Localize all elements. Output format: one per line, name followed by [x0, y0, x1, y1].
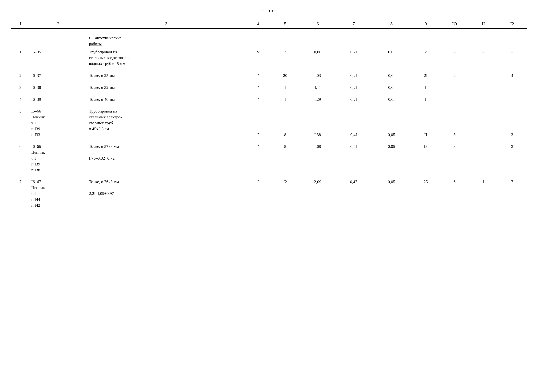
row-4-num: 4 — [11, 95, 29, 104]
row-3-col11: – — [469, 83, 498, 92]
row-6-col7: 0,4I — [336, 142, 372, 174]
row-4-col5: I — [271, 95, 300, 104]
row-7-code: I6–67 Ценник ч.I п.I44 п.I42 — [29, 177, 87, 210]
row-3-col7: 0,2I — [336, 83, 372, 92]
row-3-col10: – — [440, 83, 469, 92]
col-header-8: 8 — [372, 19, 411, 28]
table-row: I I6–35 Трубопровод из стальных водогазо… — [11, 48, 527, 68]
row-5-unit: " — [246, 107, 271, 139]
row-6-col5: 8 — [271, 142, 300, 174]
col-header-12: I2 — [498, 19, 527, 28]
col-header-2: 2 — [29, 19, 87, 28]
col-header-4: 4 — [246, 19, 271, 28]
row-7-col5: I2 — [271, 177, 300, 210]
row-1-col7: 0,2I — [336, 48, 372, 68]
col-header-3: 3 — [87, 19, 246, 28]
row-3-code: I6–38 — [29, 83, 87, 92]
row-4-desc: То же, ø 40 мм — [87, 95, 246, 104]
row-7-unit: " — [246, 177, 271, 210]
row-4-code: I6–39 — [29, 95, 87, 104]
row-1-col9: 2 — [411, 48, 440, 68]
row-1-col6: 0,86 — [300, 48, 336, 68]
col-header-9: 9 — [411, 19, 440, 28]
row-3-num: 3 — [11, 83, 29, 92]
row-2-col5: 20 — [271, 71, 300, 80]
row-5-col8: 0,05 — [372, 107, 411, 139]
row-4-unit: " — [246, 95, 271, 104]
row-2-col12: 4 — [498, 71, 527, 80]
row-5-desc: Трубопровод из стальных электро- сварных… — [87, 107, 246, 139]
row-2-col9: 2I — [411, 71, 440, 80]
section-title: I. Сантехническиеработы — [89, 36, 122, 46]
col-header-1: I — [11, 19, 29, 28]
row-4-col10: – — [440, 95, 469, 104]
row-6-col8: 0,05 — [372, 142, 411, 174]
row-2-col6: I,03 — [300, 71, 336, 80]
row-1-col8: 0,0I — [372, 48, 411, 68]
row-4-col11: – — [469, 95, 498, 104]
col-header-5: 5 — [271, 19, 300, 28]
row-2-unit: " — [246, 71, 271, 80]
row-6-col11: – — [469, 142, 498, 174]
row-5-col9: II — [411, 107, 440, 139]
table-row: 7 I6–67 Ценник ч.I п.I44 п.I42 То же, ø … — [11, 177, 527, 210]
row-2-col7: 0,2I — [336, 71, 372, 80]
row-5-code: I6–66 Ценник ч.I п.I39 п.I33 — [29, 107, 87, 139]
row-1-col5: 2 — [271, 48, 300, 68]
row-7-col7: 0,47 — [336, 177, 372, 210]
row-5-num: 5 — [11, 107, 29, 139]
row-7-col10: 6 — [440, 177, 469, 210]
row-1-code: I6–35 — [29, 48, 87, 68]
row-1-num: I — [11, 48, 29, 68]
col-header-7: 7 — [336, 19, 372, 28]
row-2-col10: 4 — [440, 71, 469, 80]
row-5-col7: 0,4I — [336, 107, 372, 139]
row-2-desc: То же, ø 25 мм — [87, 71, 246, 80]
row-5-col12: 3 — [498, 107, 527, 139]
row-5-col11: – — [469, 107, 498, 139]
row-3-desc: То же, ø 32 мм — [87, 83, 246, 92]
table-row: 3 I6–38 То же, ø 32 мм " I I,I4 0,2I 0,0… — [11, 83, 527, 92]
row-7-col12: 7 — [498, 177, 527, 210]
row-2-num: 2 — [11, 71, 29, 80]
row-1-desc: Трубопровод из стальных водогазопро- вод… — [87, 48, 246, 68]
col-header-11: II — [469, 19, 498, 28]
table-row: 5 I6–66 Ценник ч.I п.I39 п.I33 Трубопров… — [11, 107, 527, 139]
row-6-unit: " — [246, 142, 271, 174]
main-table: I 2 3 4 5 6 7 8 9 IO II I2 I. Сантехниче… — [11, 19, 527, 210]
row-7-col6: 2,09 — [300, 177, 336, 210]
row-1-col11: – — [469, 48, 498, 68]
row-6-col6: I,68 — [300, 142, 336, 174]
col-header-6: 6 — [300, 19, 336, 28]
row-3-col6: I,I4 — [300, 83, 336, 92]
row-2-col8: 0,0I — [372, 71, 411, 80]
row-5-col5: 8 — [271, 107, 300, 139]
row-4-col8: 0,0I — [372, 95, 411, 104]
row-4-col12: – — [498, 95, 527, 104]
row-5-col10: 3 — [440, 107, 469, 139]
row-6-num: 6 — [11, 142, 29, 174]
row-6-col10: 3 — [440, 142, 469, 174]
row-4-col6: I,29 — [300, 95, 336, 104]
page-number: –155– — [11, 8, 527, 13]
row-6-code: I6–66 Ценник ч.I п.I39 п.I38 — [29, 142, 87, 174]
row-4-col7: 0,2I — [336, 95, 372, 104]
row-3-col8: 0,0I — [372, 83, 411, 92]
row-3-col9: I — [411, 83, 440, 92]
row-7-col11: I — [469, 177, 498, 210]
table-row: 2 I6–37 То же, ø 25 мм " 20 I,03 0,2I 0,… — [11, 71, 527, 80]
col-header-10: IO — [440, 19, 469, 28]
row-5-col6: I,38 — [300, 107, 336, 139]
row-6-desc: То же, ø 57х3 мм I,78–0,82+0,72 — [87, 142, 246, 174]
row-2-code: I6–37 — [29, 71, 87, 80]
row-1-col10: – — [440, 48, 469, 68]
row-1-unit: м — [246, 48, 271, 68]
row-1-col12: – — [498, 48, 527, 68]
row-7-desc: То же, ø 76х3 мм 2,2I–I,09+0,97= — [87, 177, 246, 210]
table-row: 6 I6–66 Ценник ч.I п.I39 п.I38 То же, ø … — [11, 142, 527, 174]
row-7-num: 7 — [11, 177, 29, 210]
row-2-col11: – — [469, 71, 498, 80]
row-3-col12: – — [498, 83, 527, 92]
row-3-unit: " — [246, 83, 271, 92]
row-7-col8: 0,05 — [372, 177, 411, 210]
